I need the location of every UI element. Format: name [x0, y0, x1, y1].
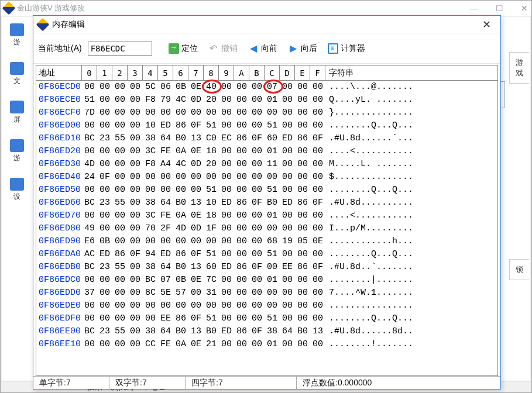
byte-cell[interactable]: 00: [310, 171, 325, 184]
byte-cell[interactable]: 0A: [173, 145, 188, 158]
byte-cell[interactable]: 55: [112, 261, 128, 274]
byte-cell[interactable]: 00: [82, 312, 97, 325]
byte-cell[interactable]: 00: [112, 119, 128, 132]
byte-cell[interactable]: 60: [204, 261, 219, 274]
byte-cell[interactable]: 00: [112, 158, 128, 171]
byte-cell[interactable]: 00: [188, 235, 204, 248]
byte-cell[interactable]: 00: [234, 235, 249, 248]
hex-row[interactable]: 0F86EDD0370000008C5E57003100000000000000…: [36, 287, 497, 299]
byte-cell[interactable]: 00: [97, 94, 112, 106]
hex-row[interactable]: 0F86ED10BC2355003864B013C0EC860F60ED860F…: [36, 132, 497, 145]
byte-cell[interactable]: B0: [204, 325, 219, 338]
byte-cell[interactable]: 86: [234, 325, 249, 338]
byte-cell[interactable]: 00: [310, 106, 325, 119]
byte-cell[interactable]: 0A: [173, 209, 188, 222]
byte-cell[interactable]: 0E: [188, 81, 204, 94]
byte-cell[interactable]: 00: [82, 274, 97, 287]
byte-cell[interactable]: 00: [128, 145, 143, 158]
byte-cell[interactable]: 00: [143, 171, 158, 184]
byte-cell[interactable]: 20: [204, 94, 219, 106]
byte-cell[interactable]: 51: [265, 312, 280, 325]
byte-cell[interactable]: 00: [188, 299, 204, 312]
byte-cell[interactable]: 0F: [249, 325, 265, 338]
byte-cell[interactable]: BC: [82, 325, 97, 338]
byte-cell[interactable]: 00: [219, 222, 234, 235]
locate-button[interactable]: 定位: [165, 41, 201, 56]
byte-cell[interactable]: 68: [265, 235, 280, 248]
byte-cell[interactable]: 86: [173, 119, 188, 132]
byte-cell[interactable]: 18: [204, 209, 219, 222]
byte-cell[interactable]: 00: [280, 222, 295, 235]
byte-cell[interactable]: 86: [295, 196, 310, 209]
byte-cell[interactable]: 0F: [249, 196, 265, 209]
byte-cell[interactable]: 00: [280, 145, 295, 158]
byte-cell[interactable]: 00: [128, 81, 143, 94]
byte-cell[interactable]: 00: [219, 145, 234, 158]
byte-cell[interactable]: 00: [97, 299, 112, 312]
byte-cell[interactable]: 00: [249, 222, 265, 235]
byte-cell[interactable]: 00: [280, 106, 295, 119]
byte-cell[interactable]: 0F: [310, 132, 325, 145]
byte-cell[interactable]: 00: [219, 171, 234, 184]
byte-cell[interactable]: 00: [310, 184, 325, 196]
byte-cell[interactable]: 00: [173, 299, 188, 312]
byte-cell[interactable]: 00: [295, 222, 310, 235]
byte-cell[interactable]: 00: [97, 222, 112, 235]
byte-cell[interactable]: 00: [280, 81, 295, 94]
byte-cell[interactable]: 38: [143, 325, 158, 338]
byte-cell[interactable]: 00: [310, 222, 325, 235]
byte-cell[interactable]: 00: [188, 287, 204, 299]
byte-cell[interactable]: 8C: [143, 287, 158, 299]
byte-cell[interactable]: 86: [234, 132, 249, 145]
byte-cell[interactable]: 79: [158, 94, 173, 106]
byte-cell[interactable]: 00: [97, 338, 112, 351]
byte-cell[interactable]: 23: [97, 196, 112, 209]
byte-cell[interactable]: 00: [128, 325, 143, 338]
byte-cell[interactable]: 00: [234, 248, 249, 261]
byte-cell[interactable]: 00: [128, 299, 143, 312]
byte-cell[interactable]: ED: [219, 196, 234, 209]
byte-cell[interactable]: 10: [204, 196, 219, 209]
byte-cell[interactable]: 00: [310, 81, 325, 94]
byte-cell[interactable]: 00: [128, 171, 143, 184]
sidebar-item[interactable]: 文: [5, 61, 29, 86]
byte-cell[interactable]: 55: [112, 196, 128, 209]
byte-cell[interactable]: 00: [249, 274, 265, 287]
byte-cell[interactable]: 00: [219, 106, 234, 119]
byte-cell[interactable]: EC: [219, 132, 234, 145]
byte-cell[interactable]: 00: [219, 158, 234, 171]
byte-cell[interactable]: 00: [310, 338, 325, 351]
byte-cell[interactable]: 3C: [143, 209, 158, 222]
byte-cell[interactable]: BC: [82, 196, 97, 209]
byte-cell[interactable]: 0D: [188, 222, 204, 235]
byte-cell[interactable]: 00: [112, 222, 128, 235]
byte-cell[interactable]: 51: [265, 184, 280, 196]
byte-cell[interactable]: 4C: [173, 94, 188, 106]
byte-cell[interactable]: 00: [128, 274, 143, 287]
byte-cell[interactable]: 00: [249, 106, 265, 119]
byte-cell[interactable]: 3C: [143, 145, 158, 158]
byte-cell[interactable]: 64: [280, 325, 295, 338]
byte-cell[interactable]: 00: [310, 312, 325, 325]
byte-cell[interactable]: 51: [204, 248, 219, 261]
byte-cell[interactable]: 00: [295, 94, 310, 106]
byte-cell[interactable]: 00: [280, 158, 295, 171]
byte-cell[interactable]: 00: [249, 312, 265, 325]
byte-cell[interactable]: 0F: [249, 132, 265, 145]
byte-cell[interactable]: 00: [219, 338, 234, 351]
byte-cell[interactable]: ED: [280, 132, 295, 145]
byte-cell[interactable]: B0: [173, 261, 188, 274]
byte-cell[interactable]: 00: [97, 184, 112, 196]
byte-cell[interactable]: 37: [82, 287, 97, 299]
byte-cell[interactable]: 00: [310, 248, 325, 261]
byte-cell[interactable]: 00: [128, 106, 143, 119]
byte-cell[interactable]: 0F: [188, 312, 204, 325]
byte-cell[interactable]: EE: [280, 261, 295, 274]
byte-cell[interactable]: 00: [143, 184, 158, 196]
byte-cell[interactable]: 23: [97, 132, 112, 145]
byte-cell[interactable]: 00: [128, 287, 143, 299]
sidebar-item[interactable]: 屏: [5, 100, 29, 125]
byte-cell[interactable]: 00: [112, 274, 128, 287]
byte-cell[interactable]: 70: [143, 222, 158, 235]
byte-cell[interactable]: 20: [204, 158, 219, 171]
